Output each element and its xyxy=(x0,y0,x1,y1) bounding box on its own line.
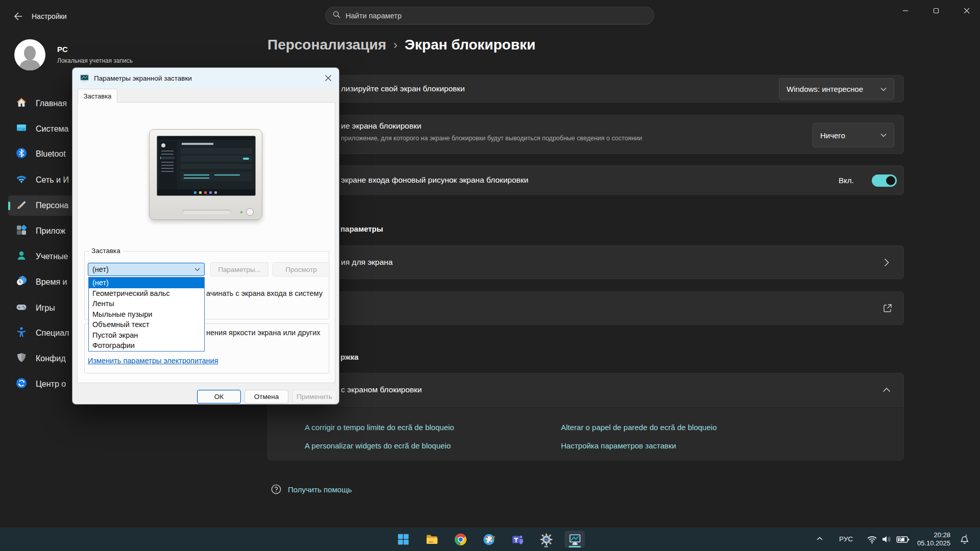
monitor-power-led xyxy=(240,211,242,213)
help-link[interactable]: A corrigir o tempo limite do ecrã de blo… xyxy=(305,423,454,432)
change-power-settings-link[interactable]: Изменить параметры электропитания xyxy=(88,357,218,365)
help-link[interactable]: Alterar o papel de parede do ecrã de blo… xyxy=(561,423,717,432)
paint-icon xyxy=(482,533,496,546)
screensaver-dialog-taskbar-button[interactable] xyxy=(565,531,585,548)
chevron-down-icon xyxy=(880,133,887,137)
apply-button[interactable]: Применить xyxy=(292,390,336,404)
page-title: Экран блокировки xyxy=(405,37,535,53)
chevron-down-icon xyxy=(194,268,200,271)
accessibility-icon xyxy=(15,326,28,340)
dropdown-value: Ничего xyxy=(820,131,845,140)
row-help-expander: с экраном блокировки A corrigir o tempo … xyxy=(267,373,904,460)
maximize-button[interactable] xyxy=(924,1,948,20)
list-option[interactable]: Мыльные пузыри xyxy=(89,309,204,320)
screensaver-app-icon xyxy=(568,533,582,546)
chevron-right-icon xyxy=(884,258,889,267)
start-button[interactable] xyxy=(393,531,413,548)
tab-screensaver[interactable]: Заставка xyxy=(78,89,117,103)
paint-button[interactable] xyxy=(479,531,499,548)
chrome-button[interactable] xyxy=(450,531,471,548)
combobox-value: (нет) xyxy=(92,265,109,273)
list-option[interactable]: Пустой экран xyxy=(89,330,204,341)
help-link[interactable]: A personalizar widgets do ecrã de bloque… xyxy=(305,441,451,450)
get-help-row[interactable]: Получить помощь xyxy=(271,484,352,495)
battery-tray-icon[interactable] xyxy=(896,535,910,546)
cancel-button[interactable]: Отмена xyxy=(244,390,288,404)
update-icon xyxy=(15,377,28,391)
monitor-power-button xyxy=(246,208,254,216)
list-option[interactable]: Ленты xyxy=(89,298,204,309)
row-title: лизируйте свой экран блокировки xyxy=(341,84,465,93)
background-toggle[interactable] xyxy=(872,174,897,187)
search-input-container[interactable] xyxy=(325,7,654,24)
ok-button[interactable]: ОК xyxy=(197,390,241,404)
back-arrow-icon[interactable] xyxy=(12,11,22,21)
sidebar-item-label: Bluetoot xyxy=(36,149,66,159)
get-help-link: Получить помощь xyxy=(288,485,352,494)
search-input[interactable] xyxy=(346,12,647,20)
user-account-type: Локальная учетная запись xyxy=(57,57,133,64)
list-option[interactable]: Фотографии xyxy=(89,340,204,351)
notifications-bell-icon[interactable]: z xyxy=(959,534,970,547)
accounts-icon xyxy=(15,249,28,264)
teams-button[interactable] xyxy=(507,531,528,548)
row-lock-screen-status: ие экрана блокировки приложение, для кот… xyxy=(267,115,904,154)
close-button[interactable] xyxy=(955,1,978,20)
wifi-tray-icon[interactable] xyxy=(867,534,877,546)
breadcrumb-separator-icon: › xyxy=(386,38,405,52)
help-link[interactable]: Настройка параметров заставки xyxy=(561,441,676,450)
list-option[interactable]: Геометрический вальс xyxy=(89,288,204,299)
apps-icon xyxy=(15,224,28,238)
settings-app-button[interactable] xyxy=(536,531,556,548)
external-link-icon xyxy=(883,303,893,313)
tab-label: Заставка xyxy=(84,92,112,100)
sidebar-item-label: Конфид xyxy=(36,354,66,363)
system-icon xyxy=(15,122,28,136)
windows-start-icon xyxy=(397,533,410,546)
row-screen-timeout[interactable]: ия для экрана xyxy=(267,245,904,279)
screensaver-preview-monitor xyxy=(149,129,262,220)
sidebar-item-label: Специал xyxy=(36,329,69,338)
sidebar-item-label: Учетные xyxy=(36,252,68,261)
clock[interactable]: 20:28 05.10.2025 xyxy=(914,531,950,547)
personalization-icon xyxy=(15,198,28,213)
groupbox-label: Заставка xyxy=(89,247,123,255)
background-dropdown[interactable]: Windows: интересное xyxy=(779,78,894,100)
screensaver-options-list: (нет) Геометрический вальс Ленты Мыльные… xyxy=(88,277,205,352)
language-indicator[interactable]: РУС xyxy=(839,535,853,543)
help-expander-header[interactable]: с экраном блокировки xyxy=(268,373,903,407)
screensaver-combobox[interactable]: (нет) xyxy=(88,263,205,276)
row-personalize-lock-screen: лизируйте свой экран блокировки Windows:… xyxy=(267,75,904,103)
time-language-icon xyxy=(15,275,28,289)
list-option[interactable]: Объемный текст xyxy=(89,319,204,330)
avatar[interactable] xyxy=(14,39,45,70)
row-title: экране входа фоновый рисунок экрана блок… xyxy=(341,176,528,185)
file-explorer-icon xyxy=(425,533,439,546)
dialog-titlebar[interactable]: Параметры экранной заставки xyxy=(72,68,339,88)
preview-button[interactable]: Просмотр xyxy=(273,262,330,277)
status-dropdown[interactable]: Ничего xyxy=(813,123,894,147)
toggle-state-label: Вкл. xyxy=(839,176,854,185)
games-icon xyxy=(15,301,28,315)
list-option-selected[interactable]: (нет) xyxy=(89,278,204,288)
preview-screen-content xyxy=(157,136,256,196)
file-explorer-button[interactable] xyxy=(422,531,442,548)
sidebar-item-label: Главная xyxy=(36,99,67,108)
sidebar-item-label: Персона xyxy=(36,201,68,210)
home-icon xyxy=(15,96,28,111)
tray-time: 20:28 xyxy=(914,531,950,539)
breadcrumb-parent[interactable]: Персонализация xyxy=(267,37,386,53)
sidebar-item-label: Время и xyxy=(36,278,67,287)
help-links-panel: A corrigir o tempo limite do ecrã de blo… xyxy=(268,407,903,461)
power-description-fragment: нения яркости экрана или других xyxy=(206,329,320,337)
row-external-link[interactable] xyxy=(267,291,904,325)
section-support: ржка xyxy=(340,353,358,361)
teams-icon xyxy=(511,533,525,546)
svg-text:z: z xyxy=(965,534,967,537)
settings-button[interactable]: Параметры... xyxy=(210,262,268,277)
chevron-down-icon xyxy=(880,87,887,91)
dialog-close-icon[interactable] xyxy=(325,74,332,82)
volume-tray-icon[interactable] xyxy=(881,534,892,546)
tray-chevron-up-icon[interactable] xyxy=(816,535,824,545)
minimize-button[interactable] xyxy=(894,1,917,20)
